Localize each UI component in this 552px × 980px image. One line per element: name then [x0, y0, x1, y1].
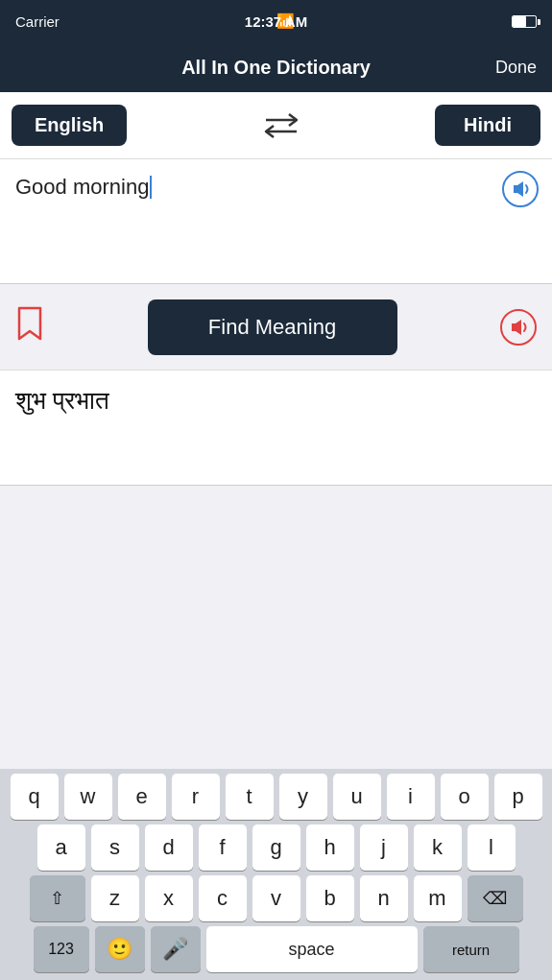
key-v[interactable]: v [252, 875, 300, 921]
output-section: शुभ प्रभात [0, 370, 552, 486]
key-a[interactable]: a [37, 825, 85, 871]
key-p[interactable]: p [494, 774, 542, 820]
key-k[interactable]: k [414, 825, 462, 871]
svg-marker-1 [512, 320, 521, 335]
svg-marker-0 [514, 181, 523, 197]
key-s[interactable]: s [91, 825, 139, 871]
target-language-button[interactable]: Hindi [435, 105, 540, 146]
key-g[interactable]: g [252, 825, 300, 871]
action-bar: Find Meaning [0, 284, 552, 370]
key-j[interactable]: j [360, 825, 408, 871]
key-y[interactable]: y [279, 774, 327, 820]
key-h[interactable]: h [306, 825, 354, 871]
done-button[interactable]: Done [489, 58, 537, 78]
key-w[interactable]: w [64, 774, 112, 820]
key-d[interactable]: d [145, 825, 193, 871]
input-section: Good morning [0, 159, 552, 284]
input-text-area[interactable]: Good morning [0, 159, 552, 265]
swap-icon[interactable] [262, 110, 300, 141]
keyboard: q w e r t y u i o p a s d f g h j k l ⇧ … [0, 769, 552, 980]
keyboard-row-1: q w e r t y u i o p [0, 769, 552, 820]
time-label: 12:37 AM [245, 13, 307, 30]
status-right [512, 15, 537, 28]
key-r[interactable]: r [172, 774, 220, 820]
key-n[interactable]: n [360, 875, 408, 921]
language-switcher: English Hindi [0, 92, 552, 159]
key-e[interactable]: e [118, 774, 166, 820]
key-x[interactable]: x [145, 875, 193, 921]
input-speaker-button[interactable] [502, 171, 539, 207]
key-q[interactable]: q [11, 774, 59, 820]
space-key[interactable]: space [206, 926, 418, 972]
key-c[interactable]: c [199, 875, 247, 921]
key-u[interactable]: u [333, 774, 381, 820]
source-language-button[interactable]: English [12, 105, 127, 146]
keyboard-row-3: ⇧ z x c v b n m ⌫ [0, 871, 552, 921]
key-b[interactable]: b [306, 875, 354, 921]
app-title: All In One Dictionary [63, 57, 489, 79]
output-speaker-button[interactable] [500, 309, 537, 346]
text-cursor [150, 176, 152, 199]
key-o[interactable]: o [441, 774, 489, 820]
keyboard-row-2: a s d f g h j k l [0, 820, 552, 871]
return-key[interactable]: return [423, 926, 519, 972]
bookmark-icon[interactable] [15, 306, 44, 347]
emoji-key[interactable]: 🙂 [95, 926, 145, 972]
output-text: शुभ प्रभात [15, 386, 537, 416]
carrier-label: Carrier [15, 13, 60, 30]
key-m[interactable]: m [414, 875, 462, 921]
nav-bar: All In One Dictionary Done [0, 42, 552, 92]
keyboard-row-4: 123 🙂 🎤 space return [0, 921, 552, 980]
numbers-key[interactable]: 123 [34, 926, 89, 972]
input-text-value: Good morning [15, 175, 149, 199]
delete-key[interactable]: ⌫ [468, 875, 523, 921]
battery-icon [512, 15, 537, 28]
key-t[interactable]: t [226, 774, 274, 820]
mic-key[interactable]: 🎤 [151, 926, 201, 972]
key-i[interactable]: i [387, 774, 435, 820]
shift-key[interactable]: ⇧ [30, 875, 85, 921]
key-f[interactable]: f [199, 825, 247, 871]
status-bar: Carrier 📶 12:37 AM [0, 0, 552, 42]
find-meaning-button[interactable]: Find Meaning [148, 299, 397, 355]
key-l[interactable]: l [468, 825, 516, 871]
speaker-top[interactable] [502, 171, 539, 207]
key-z[interactable]: z [91, 875, 139, 921]
